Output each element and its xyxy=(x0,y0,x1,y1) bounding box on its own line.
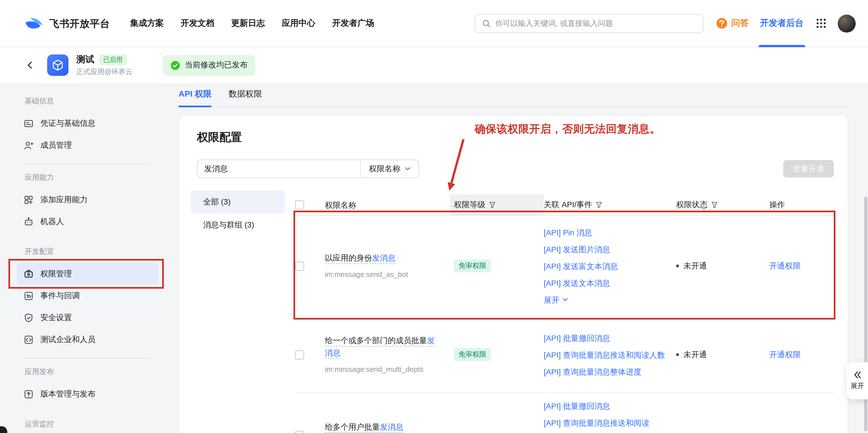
nav-integration[interactable]: 集成方案 xyxy=(130,18,164,29)
status-dot xyxy=(676,353,679,356)
nav-docs[interactable]: 开发文档 xyxy=(181,18,214,29)
grant-permission-link[interactable]: 开通权限 xyxy=(769,350,801,358)
feishu-logo-icon xyxy=(25,16,44,31)
actions-cell: 开通权限 xyxy=(763,350,835,360)
app-header: 测试 已启用 正式应用@环界云 当前修改均已发布 xyxy=(0,47,868,83)
tab-data-permissions[interactable]: 数据权限 xyxy=(228,89,262,107)
filter-funnel-icon[interactable] xyxy=(489,201,496,208)
filter-funnel-icon[interactable] xyxy=(596,201,603,208)
sidebar-item-version-release[interactable]: 版本管理与发布 xyxy=(17,383,158,405)
permission-name-cell: 以应用的身份发消息 im:message:send_as_bot xyxy=(321,251,450,281)
nav-qa[interactable]: 问答 xyxy=(716,18,749,29)
expand-apis-link[interactable]: 展开 xyxy=(544,291,673,308)
api-link[interactable]: [API] 发送图片消息 xyxy=(544,241,673,258)
header-permission-level[interactable]: 权限等级 xyxy=(450,194,544,215)
header-permission-name: 权限名称 xyxy=(321,199,450,211)
security-shield-icon xyxy=(24,313,34,323)
grant-permission-link[interactable]: 开通权限 xyxy=(769,261,801,270)
permission-status-cell: 未开通 xyxy=(673,350,763,360)
members-icon xyxy=(24,140,34,150)
card-title: 权限配置 xyxy=(197,130,242,145)
search-field-select[interactable]: 权限名称 xyxy=(360,160,418,177)
status-dot xyxy=(676,264,679,267)
section-title: 基础信息 xyxy=(25,95,152,107)
related-apis-cell: [API] 批量撤回消息 [API] 查询批量消息推送和阅读人数 [API] 查… xyxy=(544,317,673,393)
console-label: 开发者后台 xyxy=(760,18,804,29)
annotation-text: 确保该权限开启，否则无法回复消息。 xyxy=(475,122,661,137)
section-capabilities: 应用能力 添加应用能力 机器人 xyxy=(24,172,152,232)
api-link[interactable]: [API] 查询批量消息推送和阅读人数 xyxy=(544,346,673,363)
active-tab-underline xyxy=(179,106,212,107)
section-basic-info: 基础信息 凭证与基础信息 成员管理 xyxy=(24,95,152,156)
filter-funnel-icon[interactable] xyxy=(711,201,718,208)
row-checkbox[interactable] xyxy=(295,431,304,433)
sidebar-item-permissions[interactable]: 权限管理 xyxy=(17,263,158,285)
global-search-input[interactable] xyxy=(495,19,696,28)
permission-level-cell: 免审权限 xyxy=(450,259,544,272)
tab-api-permissions[interactable]: API 权限 xyxy=(179,89,212,107)
header-label: 关联 API/事件 xyxy=(544,200,592,210)
version-release-icon xyxy=(24,389,34,399)
api-link[interactable]: [API] 查询批量消息整体进度 xyxy=(544,363,673,380)
annotation-arrow xyxy=(434,137,479,194)
nav-console-active[interactable]: 开发者后台 xyxy=(760,0,804,47)
permission-name: 以应用的身份发消息 xyxy=(325,253,396,264)
sidebar-item-credentials[interactable]: 凭证与基础信息 xyxy=(17,112,158,134)
api-link[interactable]: [API] 发送富文本消息 xyxy=(544,258,673,275)
permissions-table: 权限名称 权限等级 关联 API/事件 xyxy=(295,194,835,433)
permission-code: im:message:send_as_bot xyxy=(325,268,439,281)
tab-label: 数据权限 xyxy=(228,89,262,98)
user-avatar[interactable] xyxy=(838,14,856,32)
select-all-checkbox[interactable] xyxy=(295,200,304,209)
app-cube-icon xyxy=(47,55,68,76)
row-checkbox[interactable] xyxy=(295,261,304,270)
api-link[interactable]: [API] 批量撤回消息 xyxy=(544,398,673,414)
brand-home-link[interactable]: 飞书开放平台 xyxy=(25,16,110,31)
filter-all[interactable]: 全部 (3) xyxy=(191,191,285,213)
publish-status-text: 当前修改均已发布 xyxy=(185,60,247,70)
status-text: 未开通 xyxy=(683,261,707,271)
permission-search-input[interactable] xyxy=(197,160,360,177)
row-checkbox[interactable] xyxy=(295,350,304,359)
nav-changelog[interactable]: 更新日志 xyxy=(231,18,265,29)
api-link[interactable]: [API] 发送文本消息 xyxy=(544,275,673,291)
sidebar-item-members[interactable]: 成员管理 xyxy=(17,134,158,156)
sidebar-item-events[interactable]: 事件与回调 xyxy=(17,285,158,307)
sidebar-item-label: 版本管理与发布 xyxy=(40,389,95,399)
status-text: 未开通 xyxy=(683,350,707,360)
api-link[interactable]: [API] 查询批量消息推送和阅读 xyxy=(544,414,673,431)
header-label: 权限等级 xyxy=(454,200,485,210)
sidebar-item-security[interactable]: 安全设置 xyxy=(17,307,158,328)
header-actions: 操作 xyxy=(763,200,835,210)
api-link[interactable]: [API] Pin 消息 xyxy=(544,224,673,241)
nav-dev-square[interactable]: 开发者广场 xyxy=(332,18,374,29)
sidebar-item-add-capability[interactable]: 添加应用能力 xyxy=(17,189,158,211)
nav-right-cluster: 问答 开发者后台 xyxy=(716,0,856,47)
header-permission-status[interactable]: 权限状态 xyxy=(673,200,763,210)
row-select-cell xyxy=(295,261,321,270)
api-link[interactable]: [API] 批量撤回消息 xyxy=(544,329,673,346)
batch-grant-button[interactable]: 批量开通 xyxy=(783,160,834,177)
nav-app-center[interactable]: 应用中心 xyxy=(282,18,315,29)
header-label: 权限名称 xyxy=(325,199,356,211)
back-icon[interactable] xyxy=(25,60,36,71)
apps-grid-icon[interactable] xyxy=(816,18,827,29)
header-label: 权限状态 xyxy=(676,200,708,210)
global-search[interactable] xyxy=(474,14,703,33)
sidebar-item-test-users[interactable]: 测试企业和人员 xyxy=(17,328,158,350)
level-badge: 免审权限 xyxy=(454,348,491,361)
filter-messages-groups[interactable]: 消息与群组 (3) xyxy=(191,213,285,236)
permission-tabs: API 权限 数据权限 xyxy=(179,83,848,107)
main-content: API 权限 数据权限 权限配置 确保该权限开启，否则无法回复消息。 xyxy=(168,83,868,433)
permission-status-cell: 未开通 xyxy=(673,261,763,271)
qa-label: 问答 xyxy=(732,18,749,29)
sidebar-item-bot[interactable]: 机器人 xyxy=(17,211,158,232)
level-badge: 免审权限 xyxy=(454,259,491,272)
sidebar-item-label: 安全设置 xyxy=(40,313,72,323)
publish-status-pill: 当前修改均已发布 xyxy=(163,55,255,76)
header-related-apis[interactable]: 关联 API/事件 xyxy=(544,200,673,210)
expand-panel-button[interactable]: 展开 xyxy=(847,362,868,399)
add-capability-icon xyxy=(24,195,34,205)
brand-name: 飞书开放平台 xyxy=(50,17,110,30)
related-apis-cell: [API] Pin 消息 [API] 发送图片消息 [API] 发送富文本消息 … xyxy=(544,216,673,316)
